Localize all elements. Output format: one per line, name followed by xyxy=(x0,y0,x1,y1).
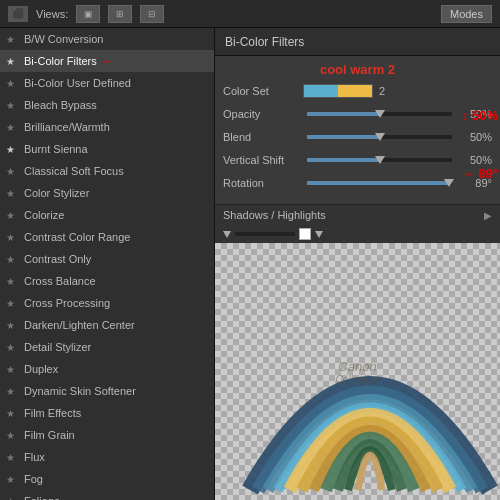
sidebar-item-bi-color-filters[interactable]: ★Bi-Color Filters← xyxy=(0,50,214,72)
sidebar-item-label: Detail Stylizer xyxy=(24,341,91,353)
colorset-preview xyxy=(303,84,373,98)
shadows-thumb[interactable] xyxy=(223,231,231,238)
sidebar-item-label: Classical Soft Focus xyxy=(24,165,124,177)
sidebar-item-bi-color-user-defined[interactable]: ★Bi-Color User Defined xyxy=(0,72,214,94)
sidebar-item-cross-balance[interactable]: ★Cross Balance xyxy=(0,270,214,292)
sidebar-item-burnt-sienna[interactable]: ★Burnt Sienna xyxy=(0,138,214,160)
star-icon[interactable]: ★ xyxy=(6,474,20,485)
sidebar-item-detail-stylizer[interactable]: ★Detail Stylizer xyxy=(0,336,214,358)
rotation-value: 89° xyxy=(456,177,492,189)
sidebar-item-contrast-only[interactable]: ★Contrast Only xyxy=(0,248,214,270)
modes-button[interactable]: Modes xyxy=(441,5,492,23)
panel-title: Bi-Color Filters xyxy=(215,28,500,56)
vshift-label: Vertical Shift xyxy=(223,154,303,166)
blend-fill xyxy=(307,135,380,139)
star-icon[interactable]: ★ xyxy=(6,210,20,221)
vshift-track[interactable] xyxy=(307,158,452,162)
sidebar-item-film-grain[interactable]: ★Film Grain xyxy=(0,424,214,446)
vshift-thumb[interactable] xyxy=(375,156,385,164)
star-icon[interactable]: ★ xyxy=(6,408,20,419)
shadows-section-header[interactable]: Shadows / Highlights ▶ xyxy=(215,204,500,225)
star-icon[interactable]: ★ xyxy=(6,452,20,463)
star-icon[interactable]: ★ xyxy=(6,496,20,501)
rotation-row: Rotation 89° xyxy=(223,173,492,193)
blend-thumb[interactable] xyxy=(375,133,385,141)
sidebar-item-label: Film Effects xyxy=(24,407,81,419)
sidebar-item-darken-lighten-center[interactable]: ★Darken/Lighten Center xyxy=(0,314,214,336)
star-icon[interactable]: ★ xyxy=(6,122,20,133)
shadows-square xyxy=(299,228,311,240)
sidebar-item-label: Duplex xyxy=(24,363,58,375)
opacity-thumb[interactable] xyxy=(375,110,385,118)
view-single-btn[interactable]: ▣ xyxy=(76,5,100,23)
sidebar-item-label: Flux xyxy=(24,451,45,463)
shadows-thumb2[interactable] xyxy=(315,231,323,238)
arch-visualization xyxy=(240,320,500,500)
sidebar-item-fog[interactable]: ★Fog xyxy=(0,468,214,490)
rotation-thumb[interactable] xyxy=(444,179,454,187)
sidebar-item-label: Contrast Only xyxy=(24,253,91,265)
shadows-controls xyxy=(215,225,500,243)
sidebar-item-color-stylizer[interactable]: ★Color Stylizer xyxy=(0,182,214,204)
sidebar-item-dynamic-skin-softener[interactable]: ★Dynamic Skin Softener xyxy=(0,380,214,402)
sidebar-item-foliage[interactable]: ★Foliage xyxy=(0,490,214,500)
star-icon[interactable]: ★ xyxy=(6,100,20,111)
star-icon[interactable]: ★ xyxy=(6,276,20,287)
star-icon[interactable]: ★ xyxy=(6,166,20,177)
star-icon[interactable]: ★ xyxy=(6,364,20,375)
toolbar: ⬛ Views: ▣ ⊞ ⊟ Modes xyxy=(0,0,500,28)
opacity-track[interactable] xyxy=(307,112,452,116)
shadows-expand-icon[interactable]: ▶ xyxy=(484,210,492,221)
opacity-value: 50% xyxy=(456,108,492,120)
sidebar-item-cross-processing[interactable]: ★Cross Processing xyxy=(0,292,214,314)
sidebar-item-brilliance-warmth[interactable]: ★Brilliance/Warmth xyxy=(0,116,214,138)
opacity-label: Opacity xyxy=(223,108,303,120)
main-layout: ★B/W Conversion★Bi-Color Filters←★Bi-Col… xyxy=(0,28,500,500)
view-compare-btn[interactable]: ⊟ xyxy=(140,5,164,23)
rotation-track[interactable] xyxy=(307,181,452,185)
opacity-row: Opacity 50% xyxy=(223,104,492,124)
sidebar-item-label: Contrast Color Range xyxy=(24,231,130,243)
sidebar-item-duplex[interactable]: ★Duplex xyxy=(0,358,214,380)
blend-track[interactable] xyxy=(307,135,452,139)
sidebar-item-contrast-color-range[interactable]: ★Contrast Color Range xyxy=(0,226,214,248)
colorset-label: Color Set xyxy=(223,85,303,97)
sidebar-item-label: Brilliance/Warmth xyxy=(24,121,110,133)
sidebar-item-colorize[interactable]: ★Colorize xyxy=(0,204,214,226)
sidebar-item-b-w-conversion[interactable]: ★B/W Conversion xyxy=(0,28,214,50)
star-icon[interactable]: ★ xyxy=(6,342,20,353)
vshift-fill xyxy=(307,158,380,162)
sidebar-item-label: Foliage xyxy=(24,495,60,500)
star-icon[interactable]: ★ xyxy=(6,34,20,45)
panel-title-text: Bi-Color Filters xyxy=(225,35,304,49)
sidebar-item-classical-soft-focus[interactable]: ★Classical Soft Focus xyxy=(0,160,214,182)
sidebar-item-label: Bleach Bypass xyxy=(24,99,97,111)
blend-row: Blend 50% xyxy=(223,127,492,147)
star-icon[interactable]: ★ xyxy=(6,298,20,309)
sidebar-item-label: Dynamic Skin Softener xyxy=(24,385,136,397)
star-icon[interactable]: ★ xyxy=(6,78,20,89)
star-icon[interactable]: ★ xyxy=(6,254,20,265)
star-icon[interactable]: ★ xyxy=(6,320,20,331)
filter-list: ★B/W Conversion★Bi-Color Filters←★Bi-Col… xyxy=(0,28,215,500)
sidebar-item-label: Bi-Color Filters xyxy=(24,55,97,67)
views-label: Views: xyxy=(36,8,68,20)
star-icon[interactable]: ★ xyxy=(6,386,20,397)
star-icon[interactable]: ★ xyxy=(6,56,20,67)
sidebar-item-flux[interactable]: ★Flux xyxy=(0,446,214,468)
vshift-value: 50% xyxy=(456,154,492,166)
star-icon[interactable]: ★ xyxy=(6,188,20,199)
shadows-title: Shadows / Highlights xyxy=(223,209,326,221)
filter-controls: cool warm 2 Color Set 2 Opacity 50% xyxy=(215,56,500,243)
view-split-btn[interactable]: ⊞ xyxy=(108,5,132,23)
sidebar-item-film-effects[interactable]: ★Film Effects xyxy=(0,402,214,424)
vshift-row: Vertical Shift 50% xyxy=(223,150,492,170)
sidebar-item-label: Film Grain xyxy=(24,429,75,441)
sidebar-item-bleach-bypass[interactable]: ★Bleach Bypass xyxy=(0,94,214,116)
star-icon[interactable]: ★ xyxy=(6,232,20,243)
sidebar-item-label: Color Stylizer xyxy=(24,187,89,199)
right-panel: Bi-Color Filters cool warm 2 Color Set 2… xyxy=(215,28,500,500)
star-icon[interactable]: ★ xyxy=(6,144,20,155)
star-icon[interactable]: ★ xyxy=(6,430,20,441)
opacity-fill xyxy=(307,112,380,116)
